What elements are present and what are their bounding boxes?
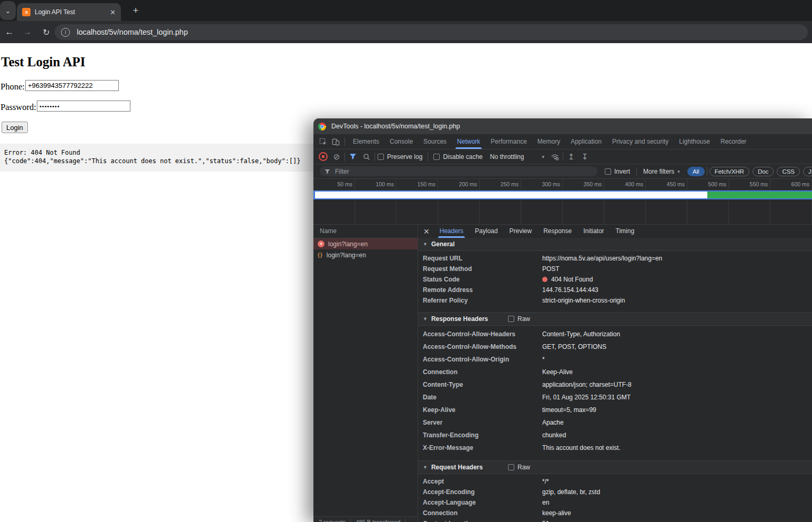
header-name: Transfer-Encoding — [418, 431, 542, 439]
detail-tab-headers[interactable]: Headers — [434, 225, 469, 238]
tab-sources[interactable]: Sources — [418, 134, 452, 149]
name-column-header[interactable]: Name — [313, 225, 418, 238]
general-rows: Request URLhttps://noma.5v.ae/api/users/… — [418, 251, 812, 306]
more-filters-button[interactable]: More filters — [643, 168, 674, 175]
invert-checkbox[interactable] — [605, 168, 611, 175]
section-title: Request Headers — [431, 464, 483, 471]
page-title: Test Login API — [1, 55, 85, 69]
clear-network-log-button[interactable]: ⊘ — [331, 152, 342, 162]
throttling-select[interactable]: No throttling — [490, 153, 524, 160]
detail-tab-timing[interactable]: Timing — [610, 225, 641, 238]
tick-label: 200 ms — [438, 179, 480, 190]
filter-chip-all[interactable]: All — [687, 167, 705, 176]
response-headers-section-header[interactable]: ▼ Response Headers Raw — [418, 312, 812, 326]
filter-toggle-button[interactable] — [348, 153, 358, 160]
request-name: login?lang=en — [327, 252, 366, 259]
header-value: 144.76.154.144:443 — [542, 286, 598, 294]
login-button[interactable]: Login — [2, 122, 28, 133]
password-field[interactable] — [37, 101, 130, 112]
detail-tab-initiator[interactable]: Initiator — [577, 225, 610, 238]
forward-button[interactable]: → — [21, 26, 34, 38]
devtools-window: DevTools - localhost/5v/noma/test_login.… — [313, 118, 812, 522]
header-value: Keep-Alive — [542, 368, 573, 376]
detail-tab-payload[interactable]: Payload — [469, 225, 503, 238]
network-conditions-icon — [551, 153, 559, 160]
divider — [405, 519, 405, 522]
search-button[interactable] — [361, 153, 372, 160]
tick-label: 250 ms — [480, 179, 521, 190]
filter-chip-css[interactable]: CSS — [777, 167, 800, 176]
raw-checkbox[interactable] — [508, 464, 514, 470]
header-value: https://noma.5v.ae/api/users/login?lang=… — [542, 255, 662, 262]
header-name: Accept-Encoding — [418, 488, 542, 496]
divider — [350, 519, 351, 522]
filter-chip-fetch-xhr[interactable]: Fetch/XHR — [709, 167, 749, 176]
detail-tab-preview[interactable]: Preview — [503, 225, 537, 238]
request-row-failed[interactable]: ✕ login?lang=en — [313, 238, 418, 249]
filter-chip-js[interactable]: JS — [803, 167, 812, 176]
preserve-log-checkbox[interactable] — [378, 154, 384, 160]
header-name: Referrer Policy — [418, 297, 542, 304]
network-conditions-button[interactable] — [550, 153, 560, 160]
request-row-preflight[interactable]: {} login?lang=en — [313, 249, 418, 260]
raw-toggle[interactable]: Raw — [508, 315, 530, 323]
network-overview-band[interactable] — [313, 190, 812, 199]
close-details-button[interactable]: ✕ — [423, 227, 430, 236]
tick-label: 500 ms — [687, 179, 729, 190]
disable-cache-checkbox[interactable] — [433, 154, 440, 160]
site-info-icon[interactable]: i — [61, 28, 70, 37]
overview-pending-segment — [707, 192, 812, 198]
triangle-down-icon: ▼ — [423, 465, 428, 470]
tab-performance[interactable]: Performance — [485, 134, 532, 149]
tab-search-button[interactable]: ⌄ — [0, 1, 16, 20]
chrome-logo-icon — [318, 123, 326, 130]
tab-memory[interactable]: Memory — [532, 134, 565, 149]
record-network-log-button[interactable] — [318, 152, 328, 161]
divider — [563, 153, 563, 161]
header-value: application/json; charset=UTF-8 — [542, 381, 632, 388]
failed-request-icon: ✕ — [318, 240, 324, 247]
request-headers-section-header[interactable]: ▼ Request Headers Raw — [418, 460, 812, 474]
browser-tab[interactable]: X Login API Test ✕ — [17, 3, 121, 21]
new-tab-button[interactable]: + — [129, 4, 142, 17]
tab-lighthouse[interactable]: Lighthouse — [674, 134, 715, 149]
tab-recorder[interactable]: Recorder — [715, 134, 752, 149]
header-name: Remote Address — [418, 286, 542, 294]
tab-close-icon[interactable]: ✕ — [110, 8, 116, 16]
detail-tab-bar: ✕ Headers Payload Preview Response Initi… — [418, 225, 812, 238]
device-toolbar-button[interactable] — [329, 136, 342, 147]
tab-elements[interactable]: Elements — [348, 134, 384, 149]
header-name: Access-Control-Allow-Headers — [418, 330, 542, 338]
address-bar[interactable]: i localhost/5v/noma/test_login.php — [55, 24, 808, 40]
tab-application[interactable]: Application — [565, 134, 607, 149]
upload-icon: ↥ — [568, 152, 575, 162]
raw-checkbox[interactable] — [508, 316, 514, 322]
filter-chip-doc[interactable]: Doc — [753, 167, 774, 176]
divider — [344, 137, 345, 146]
phone-field[interactable] — [25, 80, 119, 91]
back-button[interactable]: ← — [3, 26, 16, 38]
devtools-titlebar[interactable]: DevTools - localhost/5v/noma/test_login.… — [313, 118, 812, 134]
header-name: X-Error-Message — [418, 444, 542, 451]
inspect-element-button[interactable] — [317, 136, 329, 147]
header-name: Request Method — [418, 265, 542, 273]
back-arrow-icon: ← — [5, 27, 14, 37]
tab-network[interactable]: Network — [452, 134, 485, 149]
general-section-header[interactable]: ▼ General — [418, 238, 812, 251]
header-value: Content-Type, Authorization — [542, 330, 620, 338]
reload-button[interactable]: ↻ — [40, 26, 53, 38]
raw-toggle[interactable]: Raw — [508, 464, 530, 471]
import-har-button[interactable]: ↥ — [566, 152, 576, 162]
filter-input-wrap[interactable] — [320, 166, 597, 176]
filter-input[interactable] — [334, 167, 567, 176]
tick-label: 550 ms — [729, 179, 770, 190]
header-name: Content-Length — [418, 520, 542, 522]
detail-tab-response[interactable]: Response — [537, 225, 577, 238]
header-value: This account does not exist. — [542, 444, 621, 451]
tab-privacy-and-security[interactable]: Privacy and security — [607, 134, 674, 149]
network-overview-grid[interactable] — [313, 199, 812, 225]
json-file-icon: {} — [318, 252, 323, 258]
tab-console[interactable]: Console — [384, 134, 418, 149]
export-har-button[interactable]: ↧ — [580, 152, 590, 162]
clear-icon: ⊘ — [333, 152, 340, 162]
